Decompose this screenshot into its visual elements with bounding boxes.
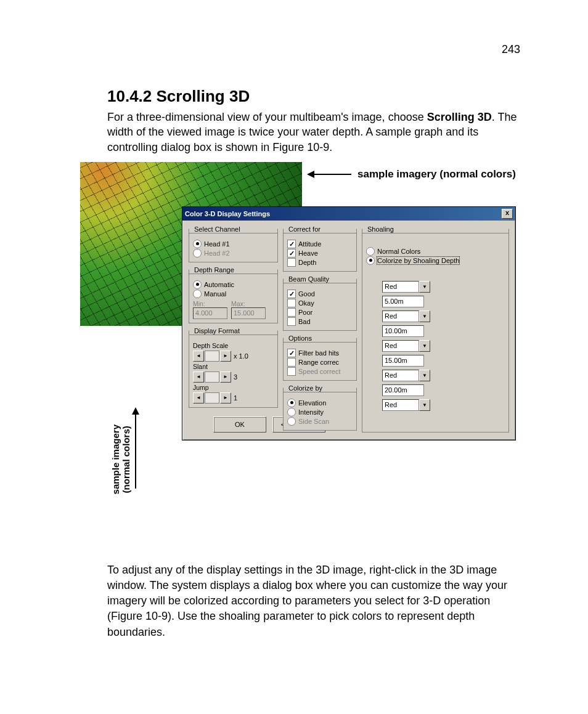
shoal-color-select-2[interactable]: Red ▼ bbox=[382, 340, 430, 352]
checkbox-icon bbox=[287, 249, 296, 258]
jump-value: 1 bbox=[234, 394, 237, 402]
depth-scale-label: Depth Scale bbox=[193, 342, 274, 349]
checkbox-icon bbox=[287, 317, 296, 326]
chevron-down-icon[interactable]: ▼ bbox=[419, 281, 430, 293]
side-callout-line1: sample imagery bbox=[110, 424, 121, 494]
checkbox-icon bbox=[287, 358, 296, 367]
top-callout: sample imagery (normal colors) bbox=[302, 168, 516, 181]
shoal-depth-0[interactable]: 5.00m bbox=[382, 296, 424, 307]
shoaling-legend: Shoaling bbox=[366, 225, 395, 233]
options-legend: Options bbox=[287, 335, 313, 342]
shoaling-group: Shoaling Normal Colors Colorize by Shoal… bbox=[362, 225, 509, 432]
beam-quality-legend: Beam Quality bbox=[287, 275, 330, 283]
radio-icon bbox=[193, 290, 202, 298]
check-good[interactable]: Good bbox=[287, 290, 353, 298]
check-poor-label: Poor bbox=[298, 309, 312, 316]
shoal-color-value: Red bbox=[382, 370, 419, 381]
beam-quality-group: Beam Quality Good Okay Poor bbox=[283, 275, 357, 331]
max-label: Max: bbox=[231, 300, 266, 307]
radio-intensity[interactable]: Intensity bbox=[287, 408, 353, 416]
radio-intensity-label: Intensity bbox=[298, 408, 324, 416]
radio-normal-colors[interactable]: Normal Colors bbox=[366, 247, 505, 256]
slant-value: 3 bbox=[234, 373, 237, 381]
lower-paragraph: To adjust any of the display settings in… bbox=[107, 562, 520, 640]
spin-track[interactable] bbox=[205, 351, 219, 362]
arrow-left-icon bbox=[308, 174, 351, 175]
radio-manual-label: Manual bbox=[204, 290, 226, 298]
shoal-color-value: Red bbox=[382, 281, 419, 293]
jump-spinner[interactable]: ◄ ► 1 bbox=[193, 392, 274, 404]
spin-right-icon[interactable]: ► bbox=[220, 351, 231, 362]
radio-head2: Head #2 bbox=[193, 249, 274, 258]
shoal-depth-1[interactable]: 10.00m bbox=[382, 325, 424, 337]
check-bad[interactable]: Bad bbox=[287, 317, 353, 326]
spin-left-icon[interactable]: ◄ bbox=[193, 371, 204, 383]
display-format-group: Display Format Depth Scale ◄ ► x 1.0 Sla… bbox=[189, 327, 278, 408]
radio-head1[interactable]: Head #1 bbox=[193, 240, 274, 248]
spin-track[interactable] bbox=[205, 392, 219, 404]
options-group: Options Filter bad hits Range correc Spe… bbox=[283, 335, 357, 381]
shoal-color-value: Red bbox=[382, 399, 419, 411]
correct-for-group: Correct for Attitude Heave Depth bbox=[283, 225, 357, 272]
page-number: 243 bbox=[80, 43, 520, 56]
spin-track[interactable] bbox=[205, 371, 219, 383]
check-range-label: Range correc bbox=[298, 359, 339, 366]
display-format-legend: Display Format bbox=[193, 327, 241, 335]
max-input: 15.000 bbox=[231, 307, 266, 319]
intro-bold: Scrolling 3D bbox=[427, 111, 492, 123]
check-heave[interactable]: Heave bbox=[287, 249, 353, 258]
check-attitude[interactable]: Attitude bbox=[287, 240, 353, 248]
radio-automatic-label: Automatic bbox=[204, 281, 234, 288]
check-bad-label: Bad bbox=[298, 318, 311, 325]
checkbox-icon bbox=[287, 299, 296, 307]
shoal-color-select-3[interactable]: Red ▼ bbox=[382, 370, 430, 381]
radio-icon bbox=[366, 247, 375, 256]
spin-right-icon[interactable]: ► bbox=[220, 392, 231, 404]
shoaling-rows: Red ▼ 5.00m Red ▼ 10.00m Red ▼ bbox=[366, 281, 505, 411]
check-speed: Speed correct bbox=[287, 367, 353, 376]
dialog-titlebar[interactable]: Color 3-D Display Settings x bbox=[182, 207, 515, 221]
check-okay[interactable]: Okay bbox=[287, 299, 353, 307]
radio-colorize-shoaling[interactable]: Colorize by Shoaling Depth bbox=[366, 256, 505, 265]
shoal-color-select-4[interactable]: Red ▼ bbox=[382, 399, 430, 411]
shoal-depth-3[interactable]: 20.00m bbox=[382, 384, 424, 396]
check-filter[interactable]: Filter bad hits bbox=[287, 349, 353, 357]
slant-spinner[interactable]: ◄ ► 3 bbox=[193, 371, 274, 383]
colorize-by-legend: Colorize by bbox=[287, 384, 324, 392]
radio-head1-label: Head #1 bbox=[204, 240, 230, 248]
radio-automatic[interactable]: Automatic bbox=[193, 280, 274, 289]
chevron-down-icon[interactable]: ▼ bbox=[419, 310, 430, 322]
radio-icon bbox=[193, 280, 202, 289]
chevron-down-icon[interactable]: ▼ bbox=[419, 340, 430, 352]
colorize-by-group: Colorize by Elevation Intensity Side Sca… bbox=[283, 384, 357, 431]
checkbox-icon bbox=[287, 290, 296, 298]
check-depth[interactable]: Depth bbox=[287, 258, 353, 267]
ok-button[interactable]: OK bbox=[213, 416, 266, 432]
check-attitude-label: Attitude bbox=[298, 240, 321, 248]
radio-elevation[interactable]: Elevation bbox=[287, 399, 353, 407]
shoal-color-select-1[interactable]: Red ▼ bbox=[382, 310, 430, 322]
radio-icon bbox=[366, 256, 375, 265]
chevron-down-icon[interactable]: ▼ bbox=[419, 370, 430, 381]
checkbox-icon bbox=[287, 240, 296, 248]
depth-scale-spinner[interactable]: ◄ ► x 1.0 bbox=[193, 351, 274, 362]
side-callout: sample imagery (normal colors) bbox=[111, 408, 136, 495]
spin-left-icon[interactable]: ◄ bbox=[193, 351, 204, 362]
check-poor[interactable]: Poor bbox=[287, 308, 353, 317]
chevron-down-icon[interactable]: ▼ bbox=[419, 399, 430, 411]
depth-scale-value: x 1.0 bbox=[234, 352, 248, 360]
close-button[interactable]: x bbox=[502, 209, 513, 219]
figure: sample imagery (normal colors) sample im… bbox=[80, 162, 520, 495]
shoal-color-select-0[interactable]: Red ▼ bbox=[382, 281, 430, 293]
intro-pre: For a three-dimensional view of your mul… bbox=[107, 111, 427, 123]
radio-manual[interactable]: Manual bbox=[193, 290, 274, 298]
spin-right-icon[interactable]: ► bbox=[220, 371, 231, 383]
top-callout-label: sample imagery (normal colors) bbox=[357, 168, 516, 181]
check-range[interactable]: Range correc bbox=[287, 358, 353, 367]
color-3d-settings-dialog: Color 3-D Display Settings x Select Chan… bbox=[182, 206, 516, 440]
shoal-color-value: Red bbox=[382, 340, 419, 352]
shoal-depth-2[interactable]: 15.00m bbox=[382, 355, 424, 367]
spin-left-icon[interactable]: ◄ bbox=[193, 392, 204, 404]
shoal-color-value: Red bbox=[382, 310, 419, 322]
radio-head2-label: Head #2 bbox=[204, 249, 230, 257]
